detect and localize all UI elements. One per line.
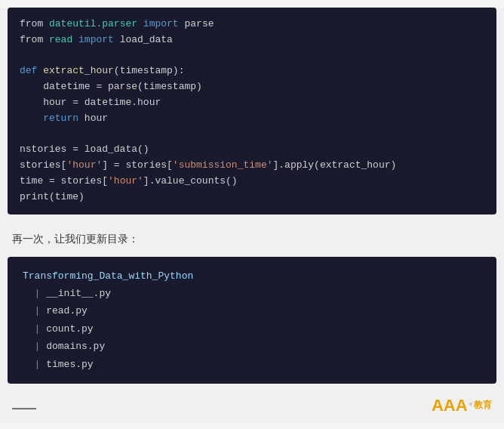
code-block-1: from dateutil.parser import parse from r… — [8, 8, 496, 214]
code-line-9: nstories = load_data() — [20, 142, 484, 158]
code-line-2: from read import load_data — [20, 32, 484, 48]
chinese-text: 再一次，让我们更新目录： — [12, 233, 139, 245]
page-container: from dateutil.parser import parse from r… — [0, 8, 504, 423]
dir-name-line: Transforming_Data_with_Python — [23, 267, 481, 285]
code-line-3 — [20, 48, 484, 64]
watermark: AAA°教育 — [432, 396, 492, 415]
code-line-7: return hour — [20, 111, 484, 127]
code-line-5: datetime = parse(timestamp) — [20, 79, 484, 95]
tree-item-4: | domains.py — [23, 338, 481, 355]
code-line-6: hour = datetime.hour — [20, 95, 484, 111]
code-line-8 — [20, 127, 484, 143]
tree-item-2: | read.py — [23, 302, 481, 319]
watermark-sub: 教育 — [474, 399, 492, 412]
code-line-1: from dateutil.parser import parse — [20, 17, 484, 32]
code-line-11: time = stories['hour'].value_counts() — [20, 174, 484, 190]
text-section: 再一次，让我们更新目录： — [0, 222, 504, 252]
code-line-4: def extract_hour(timestamp): — [20, 63, 484, 79]
watermark-suffix: ° — [469, 401, 472, 410]
code-line-10: stories['hour'] = stories['submission_ti… — [20, 158, 484, 174]
code-line-12: print(time) — [20, 190, 484, 205]
watermark-text: AAA — [432, 396, 468, 415]
tree-item-5: | times.py — [23, 356, 481, 373]
tree-item-3: | count.py — [23, 320, 481, 338]
tree-item-1: | __init__.py — [23, 285, 481, 302]
dash-line: —— — [12, 402, 36, 415]
code-block-2: Transforming_Data_with_Python | __init__… — [8, 257, 496, 384]
bottom-section: —— AAA°教育 — [0, 388, 504, 423]
